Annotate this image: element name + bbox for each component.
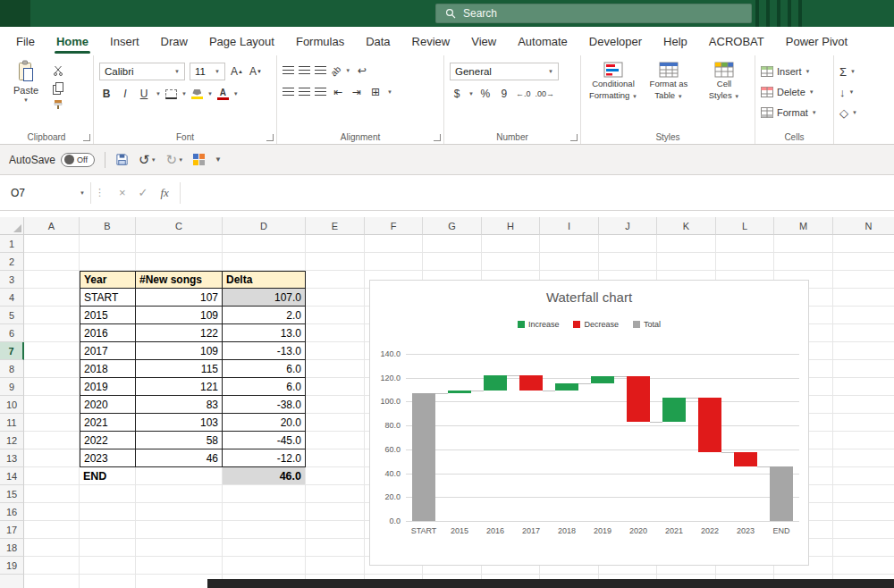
- cell-C5[interactable]: 109: [136, 307, 223, 324]
- cell-C9[interactable]: 121: [136, 378, 223, 396]
- cell-B13[interactable]: 2023: [80, 449, 136, 467]
- align-middle-icon[interactable]: [299, 66, 310, 75]
- align-top-icon[interactable]: [283, 66, 294, 75]
- formula-input[interactable]: [181, 182, 894, 204]
- cell-C2[interactable]: [136, 253, 223, 271]
- format-cells-button[interactable]: Format ▼: [761, 104, 817, 122]
- cell-K2[interactable]: [657, 253, 716, 271]
- cell-C18[interactable]: [136, 539, 223, 557]
- waterfall-bar-2018[interactable]: [555, 383, 578, 391]
- cell-E11[interactable]: [306, 414, 365, 432]
- cell-E15[interactable]: [306, 485, 365, 503]
- cell-A2[interactable]: [24, 253, 80, 271]
- cell-N4[interactable]: [833, 289, 894, 307]
- cell-partial[interactable]: [80, 575, 136, 588]
- waterfall-bar-2019[interactable]: [591, 376, 614, 383]
- italic-button[interactable]: I: [118, 86, 132, 102]
- tab-automate[interactable]: Automate: [507, 27, 578, 55]
- row-header-2[interactable]: 2: [0, 253, 24, 271]
- dialog-launcher-icon[interactable]: [434, 134, 441, 141]
- tab-data[interactable]: Data: [355, 27, 401, 55]
- cell-D13[interactable]: -12.0: [223, 449, 306, 467]
- row-header-7[interactable]: 7: [0, 342, 24, 360]
- decrease-indent-icon[interactable]: ⇤: [331, 84, 345, 100]
- cell-E14[interactable]: [306, 467, 365, 485]
- cell-E6[interactable]: [306, 324, 365, 342]
- cell-A1[interactable]: [24, 235, 80, 253]
- align-center-icon[interactable]: [299, 88, 310, 97]
- decrease-decimal-button[interactable]: .00→: [535, 86, 554, 102]
- cell-A18[interactable]: [24, 539, 80, 557]
- cell-E19[interactable]: [306, 557, 365, 575]
- cell-D7[interactable]: -13.0: [223, 342, 306, 360]
- cell-E12[interactable]: [306, 432, 365, 449]
- row-header-10[interactable]: 10: [0, 396, 24, 414]
- cell-D6[interactable]: 13.0: [223, 324, 306, 342]
- cell-N16[interactable]: [833, 503, 894, 521]
- cell-F2[interactable]: [365, 253, 423, 271]
- waterfall-bar-2017[interactable]: [519, 375, 543, 391]
- cell-A6[interactable]: [24, 324, 80, 342]
- cell-E16[interactable]: [306, 503, 365, 521]
- cell-G1[interactable]: [423, 235, 482, 253]
- cell-D16[interactable]: [223, 503, 306, 521]
- cell-D14[interactable]: 46.0: [223, 467, 306, 485]
- cut-icon[interactable]: [52, 64, 64, 76]
- cell-H2[interactable]: [482, 253, 540, 271]
- tab-view[interactable]: View: [460, 27, 507, 55]
- cell-E1[interactable]: [306, 235, 365, 253]
- cell-N7[interactable]: [833, 342, 894, 360]
- column-header-M[interactable]: M: [774, 217, 833, 235]
- autosave-toggle[interactable]: Off: [61, 153, 95, 167]
- row-header-15[interactable]: 15: [0, 485, 24, 503]
- cell-B8[interactable]: 2018: [80, 360, 136, 378]
- format-painter-icon[interactable]: [52, 98, 64, 110]
- customize-qat-button[interactable]: ▼: [215, 156, 222, 164]
- tab-insert[interactable]: Insert: [99, 27, 150, 55]
- cell-B14[interactable]: END: [80, 467, 136, 485]
- align-bottom-icon[interactable]: [315, 66, 326, 75]
- cell-E7[interactable]: [306, 342, 365, 360]
- currency-format-button[interactable]: $: [450, 86, 464, 102]
- delete-cells-button[interactable]: Delete ▼: [761, 83, 817, 101]
- cell-A16[interactable]: [24, 503, 80, 521]
- row-header-16[interactable]: 16: [0, 503, 24, 521]
- cell-J2[interactable]: [599, 253, 657, 271]
- paste-button[interactable]: Paste ▼: [5, 60, 46, 103]
- cell-B19[interactable]: [80, 557, 136, 575]
- cell-D4[interactable]: 107.0: [223, 289, 306, 307]
- row-header-3[interactable]: 3: [0, 271, 24, 289]
- shrink-font-button[interactable]: A▼: [249, 63, 263, 80]
- row-header-17[interactable]: 17: [0, 521, 24, 539]
- cell-D15[interactable]: [223, 485, 306, 503]
- column-header-J[interactable]: J: [599, 217, 657, 235]
- tab-home[interactable]: Home: [46, 27, 99, 55]
- conditional-formatting-button[interactable]: Conditional Formatting ▼: [586, 60, 640, 101]
- waterfall-bar-2020[interactable]: [627, 376, 650, 422]
- cell-E2[interactable]: [306, 253, 365, 271]
- cell-N15[interactable]: [833, 485, 894, 503]
- cell-E8[interactable]: [306, 360, 365, 378]
- merge-center-icon[interactable]: ⊞: [368, 84, 383, 100]
- align-left-icon[interactable]: [283, 88, 294, 97]
- cell-N6[interactable]: [833, 324, 894, 342]
- dialog-launcher-icon[interactable]: [266, 134, 274, 141]
- comma-style-button[interactable]: 9: [497, 86, 511, 102]
- cell-C1[interactable]: [136, 235, 223, 253]
- row-header-18[interactable]: 18: [0, 539, 24, 557]
- dialog-launcher-icon[interactable]: [83, 134, 90, 141]
- waterfall-bar-2023[interactable]: [734, 452, 757, 466]
- cell-A7[interactable]: [24, 342, 80, 360]
- cell-C4[interactable]: 107: [136, 289, 223, 307]
- cell-C11[interactable]: 103: [136, 414, 223, 432]
- cell-A19[interactable]: [24, 557, 80, 575]
- cell-C13[interactable]: 46: [136, 449, 223, 467]
- cell-D10[interactable]: -38.0: [223, 396, 306, 414]
- select-all-corner[interactable]: [0, 217, 24, 235]
- column-header-N[interactable]: N: [833, 217, 894, 235]
- row-header-8[interactable]: 8: [0, 360, 24, 378]
- font-name-select[interactable]: Calibri ▼: [99, 63, 185, 80]
- bold-button[interactable]: B: [99, 86, 114, 102]
- cell-E13[interactable]: [306, 449, 365, 467]
- column-header-G[interactable]: G: [423, 217, 482, 235]
